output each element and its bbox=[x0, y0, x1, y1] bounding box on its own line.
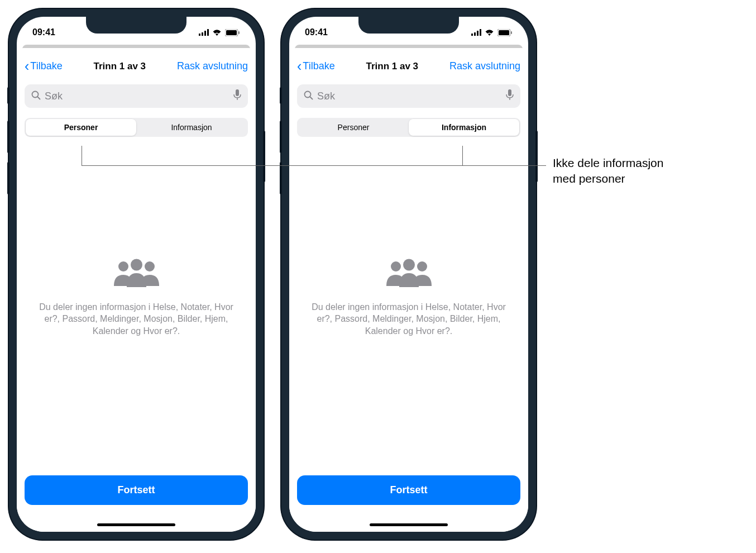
search-placeholder: Søk bbox=[317, 90, 506, 102]
microphone-icon[interactable] bbox=[506, 89, 514, 103]
svg-rect-2 bbox=[204, 31, 206, 36]
svg-rect-23 bbox=[508, 89, 511, 96]
callout-connector bbox=[82, 165, 546, 166]
svg-point-25 bbox=[391, 261, 401, 271]
navigation-bar: ‹ Tilbake Trinn 1 av 3 Rask avslutning bbox=[297, 58, 520, 74]
signal-icon bbox=[471, 29, 481, 36]
tab-informasjon[interactable]: Informasjon bbox=[409, 119, 519, 136]
search-icon bbox=[304, 90, 313, 102]
microphone-icon[interactable] bbox=[233, 89, 241, 103]
tab-informasjon[interactable]: Informasjon bbox=[136, 119, 247, 136]
svg-rect-14 bbox=[471, 34, 473, 36]
svg-rect-15 bbox=[474, 32, 476, 36]
svg-point-12 bbox=[131, 259, 142, 270]
svg-point-27 bbox=[417, 261, 427, 271]
svg-rect-5 bbox=[226, 30, 237, 35]
continue-button[interactable]: Fortsett bbox=[25, 475, 248, 505]
segmented-control: Personer Informasjon bbox=[25, 118, 248, 137]
tab-personer[interactable]: Personer bbox=[26, 119, 136, 136]
chevron-left-icon: ‹ bbox=[297, 58, 302, 74]
tab-personer[interactable]: Personer bbox=[298, 119, 409, 136]
svg-point-26 bbox=[403, 259, 415, 270]
search-input[interactable]: Søk bbox=[25, 84, 248, 108]
svg-rect-19 bbox=[499, 30, 509, 35]
back-label: Tilbake bbox=[30, 60, 62, 72]
callout-connector bbox=[82, 146, 82, 165]
back-label: Tilbake bbox=[303, 60, 334, 72]
svg-point-13 bbox=[145, 261, 155, 271]
svg-line-8 bbox=[37, 97, 40, 99]
svg-rect-16 bbox=[477, 31, 479, 36]
people-group-icon bbox=[382, 258, 436, 291]
search-placeholder: Søk bbox=[45, 90, 233, 102]
svg-line-22 bbox=[310, 97, 313, 99]
callout-label: Ikke dele informasjon med personer bbox=[553, 155, 663, 187]
home-indicator[interactable] bbox=[97, 523, 175, 526]
svg-rect-3 bbox=[207, 29, 209, 36]
content-area: Du deler ingen informasjon i Helse, Nota… bbox=[297, 147, 520, 532]
svg-rect-17 bbox=[480, 29, 481, 36]
quick-exit-button[interactable]: Rask avslutning bbox=[177, 60, 248, 72]
segmented-control: Personer Informasjon bbox=[297, 118, 520, 137]
continue-button[interactable]: Fortsett bbox=[297, 475, 520, 505]
svg-rect-9 bbox=[236, 89, 239, 96]
back-button[interactable]: ‹ Tilbake bbox=[25, 58, 63, 74]
svg-rect-0 bbox=[199, 34, 200, 36]
battery-icon bbox=[225, 29, 240, 36]
phone-frame-left: 09:41 ‹ Tilb bbox=[9, 9, 264, 540]
page-title: Trinn 1 av 3 bbox=[366, 61, 419, 72]
search-icon bbox=[31, 90, 41, 102]
wifi-icon bbox=[212, 29, 222, 36]
quick-exit-button[interactable]: Rask avslutning bbox=[449, 60, 520, 72]
page-title: Trinn 1 av 3 bbox=[94, 61, 146, 72]
svg-rect-6 bbox=[238, 31, 240, 34]
back-button[interactable]: ‹ Tilbake bbox=[297, 58, 335, 74]
content-area: Du deler ingen informasjon i Helse, Nota… bbox=[25, 147, 248, 532]
battery-icon bbox=[497, 29, 513, 36]
people-group-icon bbox=[110, 258, 163, 291]
svg-point-11 bbox=[118, 261, 128, 271]
empty-state-text: Du deler ingen informasjon i Helse, Nota… bbox=[307, 301, 510, 337]
search-input[interactable]: Søk bbox=[297, 84, 520, 108]
home-indicator[interactable] bbox=[370, 523, 448, 526]
navigation-bar: ‹ Tilbake Trinn 1 av 3 Rask avslutning bbox=[25, 58, 248, 74]
status-time: 09:41 bbox=[305, 27, 328, 37]
empty-state-text: Du deler ingen informasjon i Helse, Nota… bbox=[35, 301, 238, 337]
svg-rect-1 bbox=[202, 32, 203, 36]
status-time: 09:41 bbox=[32, 27, 55, 37]
callout-connector bbox=[462, 146, 463, 165]
chevron-left-icon: ‹ bbox=[25, 58, 29, 74]
svg-rect-20 bbox=[511, 31, 512, 34]
signal-icon bbox=[199, 29, 209, 36]
phone-frame-right: 09:41 ‹ Tilb bbox=[281, 9, 536, 540]
wifi-icon bbox=[485, 29, 494, 36]
